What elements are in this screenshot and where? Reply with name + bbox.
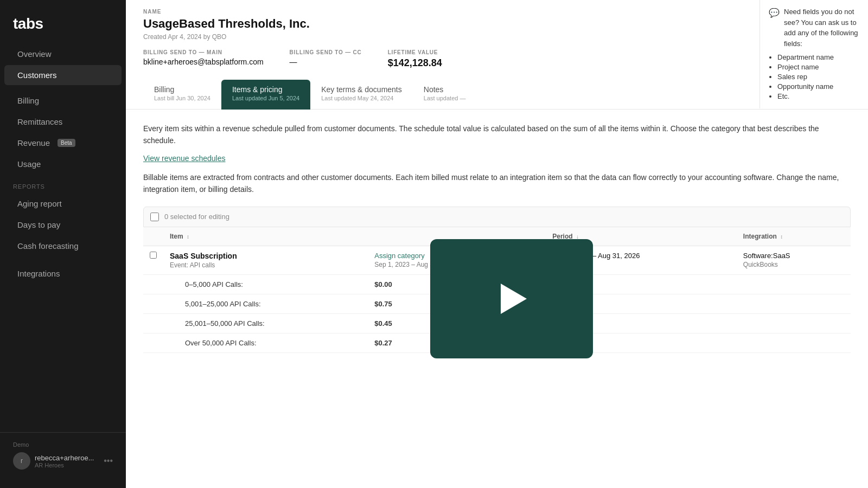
help-field-item: Sales rep	[777, 73, 859, 81]
integration-sort-icon: ↕	[780, 234, 783, 240]
tab-notes-sub: Last updated —	[424, 95, 466, 101]
row-checkbox-cell	[143, 246, 163, 274]
billing-info-row: BILLING SEND TO — MAIN bkline+arheroes@t…	[143, 49, 851, 69]
th-integration[interactable]: Integration ↕	[737, 227, 851, 246]
tier-label-0: 0–5,000 API Calls:	[163, 274, 368, 294]
tab-key-terms-sub: Last updated May 24, 2024	[321, 95, 402, 101]
revenue-beta-badge: Beta	[58, 139, 75, 147]
th-checkbox	[143, 227, 163, 246]
period-sort-icon: ↓	[576, 234, 579, 240]
sidebar-item-customers[interactable]: Customers	[4, 65, 122, 85]
select-all-checkbox[interactable]	[150, 213, 159, 221]
name-label: NAME	[143, 9, 851, 15]
avatar: r	[13, 452, 30, 470]
help-intro-text: Need fields you do not see? You can ask …	[784, 7, 859, 49]
lifetime-value: $142,128.84	[388, 57, 442, 69]
item-sort-icon: ↕	[187, 234, 189, 240]
user-section: Demo r rebecca+arheroe... AR Heroes •••	[0, 432, 126, 479]
help-panel: 💬 Need fields you do not see? You can as…	[760, 0, 868, 108]
description-text-1: Every item sits within a revenue schedul…	[143, 123, 851, 147]
video-player[interactable]	[430, 239, 593, 358]
tab-key-terms[interactable]: Key terms & documents Last updated May 2…	[310, 80, 413, 110]
help-field-item: Department name	[777, 53, 859, 61]
lifetime-label: LIFETIME VALUE	[388, 49, 442, 55]
select-bar-label: 0 selected for editing	[164, 213, 229, 221]
tier-label-3: Over 50,000 API Calls:	[163, 333, 368, 352]
demo-label: Demo	[9, 439, 117, 449]
help-field-item: Project name	[777, 63, 859, 71]
item-integration-cell: Software:SaaS QuickBooks	[737, 246, 851, 274]
tab-items-label: Items & pricing	[232, 85, 299, 94]
main-content: 💬 Need fields you do not see? You can as…	[126, 0, 868, 488]
tab-billing[interactable]: Billing Last bill Jun 30, 2024	[143, 80, 221, 110]
sidebar-item-overview[interactable]: Overview	[4, 44, 122, 64]
sidebar-item-billing[interactable]: Billing	[4, 91, 122, 111]
sidebar-item-days-to-pay[interactable]: Days to pay	[4, 215, 122, 235]
customer-header: NAME UsageBased Thresholds, Inc. Created…	[126, 0, 868, 110]
tabs-row: Billing Last bill Jun 30, 2024 Items & p…	[143, 80, 851, 109]
billing-main-value: bkline+arheroes@tabsplatform.com	[143, 57, 264, 66]
sidebar-item-usage[interactable]: Usage	[4, 154, 122, 174]
item-integration-main: Software:SaaS	[743, 252, 844, 260]
billing-main-field: BILLING SEND TO — MAIN bkline+arheroes@t…	[143, 49, 264, 69]
user-org: AR Heroes	[35, 462, 99, 468]
content-area: Every item sits within a revenue schedul…	[126, 110, 868, 488]
tier-label-1: 5,001–25,000 API Calls:	[163, 294, 368, 313]
customer-created: Created Apr 4, 2024 by QBO	[143, 33, 851, 41]
th-item[interactable]: Item ↕	[163, 227, 368, 246]
play-icon	[501, 284, 527, 314]
user-row[interactable]: r rebecca+arheroe... AR Heroes •••	[9, 449, 117, 473]
billing-cc-field: BILLING SEND TO — CC —	[290, 49, 362, 69]
lifetime-value-field: LIFETIME VALUE $142,128.84	[388, 49, 442, 69]
help-field-item: Etc.	[777, 92, 859, 100]
sidebar-item-cash-forecasting[interactable]: Cash forecasting	[4, 236, 122, 256]
tier-label-2: 25,001–50,000 API Calls:	[163, 313, 368, 333]
customer-name: UsageBased Thresholds, Inc.	[143, 17, 851, 31]
sidebar: tabs Overview Customers Billing Remittan…	[0, 0, 126, 488]
user-menu-icon[interactable]: •••	[104, 456, 113, 466]
billing-cc-value: —	[290, 57, 362, 66]
sidebar-item-integrations[interactable]: Integrations	[4, 264, 122, 284]
item-name: SaaS Subscription	[170, 252, 361, 260]
help-fields-list: Department name Project name Sales rep O…	[769, 53, 859, 100]
tab-items-sub: Last updated Jun 5, 2024	[232, 95, 299, 101]
tab-key-terms-label: Key terms & documents	[321, 85, 402, 94]
sidebar-item-aging-report[interactable]: Aging report	[4, 194, 122, 214]
tab-items-pricing[interactable]: Items & pricing Last updated Jun 5, 2024	[221, 80, 310, 110]
user-name: rebecca+arheroe...	[35, 454, 99, 462]
view-revenue-schedules-link[interactable]: View revenue schedules	[143, 154, 226, 163]
reports-section-label: Reports	[0, 175, 126, 193]
app-logo: tabs	[0, 0, 126, 43]
tab-notes[interactable]: Notes Last updated —	[413, 80, 477, 110]
tab-billing-label: Billing	[154, 85, 210, 94]
item-event: Event: API calls	[170, 261, 361, 269]
billing-cc-label: BILLING SEND TO — CC	[290, 49, 362, 55]
tab-notes-label: Notes	[424, 85, 466, 94]
item-integration-sub: QuickBooks	[743, 261, 844, 268]
sidebar-item-revenue[interactable]: Revenue Beta	[4, 133, 122, 153]
chat-icon: 💬	[769, 8, 780, 18]
help-field-item: Opportunity name	[777, 82, 859, 91]
item-name-cell: SaaS Subscription Event: API calls	[163, 246, 368, 274]
tab-billing-sub: Last bill Jun 30, 2024	[154, 95, 210, 101]
row-checkbox[interactable]	[150, 252, 157, 259]
select-bar: 0 selected for editing	[143, 207, 851, 227]
description-text-2: Billable items are extracted from contra…	[143, 171, 851, 196]
billing-main-label: BILLING SEND TO — MAIN	[143, 49, 264, 55]
sidebar-item-remittances[interactable]: Remittances	[4, 112, 122, 132]
